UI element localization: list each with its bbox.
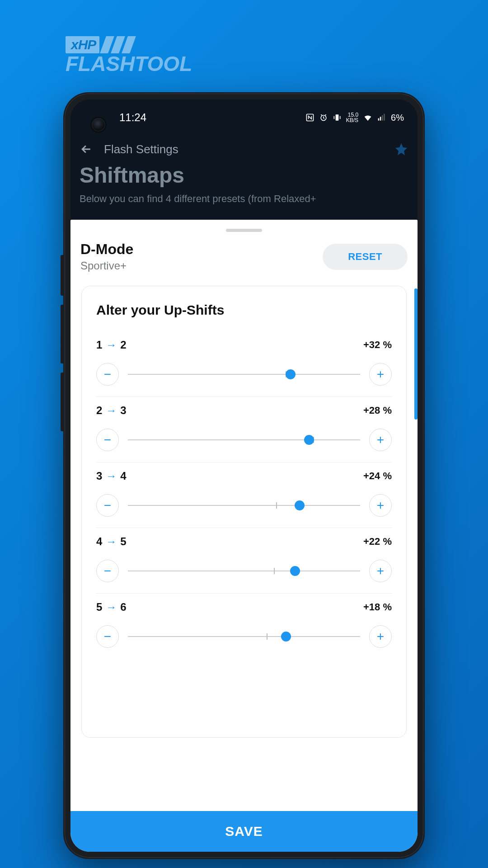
plus-button[interactable]: + <box>369 625 392 648</box>
percent-value: +32 % <box>363 339 392 351</box>
percent-value: +28 % <box>363 405 392 416</box>
appbar-title: Flash Settings <box>104 142 383 156</box>
status-bar: 11:24 15.0 KB/S 6% <box>70 99 418 136</box>
sheet-header: D-Mode Sportive+ RESET <box>70 240 418 286</box>
shift-row: 3 → 4 +24 % − + <box>96 462 392 528</box>
percent-value: +22 % <box>363 536 392 547</box>
star-icon[interactable] <box>394 142 408 156</box>
brand-logo: xHP FLASHTOOL <box>66 36 192 76</box>
svg-rect-4 <box>380 117 381 120</box>
reset-button[interactable]: RESET <box>323 244 408 270</box>
svg-rect-2 <box>335 114 338 120</box>
minus-button[interactable]: − <box>96 560 119 582</box>
signal-icon <box>377 113 386 122</box>
drag-handle[interactable] <box>226 229 262 232</box>
page-title: Shiftmaps <box>70 163 418 192</box>
minus-button[interactable]: − <box>96 494 119 517</box>
shift-row: 1 → 2 +32 % − + <box>96 331 392 397</box>
gear-label: 5 → 6 <box>96 601 127 613</box>
svg-rect-5 <box>382 115 383 121</box>
nfc-icon <box>305 113 314 122</box>
slider[interactable] <box>128 631 360 642</box>
gear-label: 4 → 5 <box>96 535 127 548</box>
alarm-icon <box>319 113 328 122</box>
status-right: 15.0 KB/S 6% <box>305 112 404 123</box>
bottom-sheet: D-Mode Sportive+ RESET Alter your Up-Shi… <box>70 220 418 852</box>
scroll-area[interactable]: Alter your Up-Shifts 1 → 2 +32 % − + 2 → <box>70 286 418 811</box>
shift-row: 5 → 6 +18 % − + <box>96 594 392 659</box>
minus-button[interactable]: − <box>96 625 119 648</box>
card-title: Alter your Up-Shifts <box>96 302 392 318</box>
data-speed: 15.0 KB/S <box>346 112 358 123</box>
shift-row: 4 → 5 +22 % − + <box>96 528 392 594</box>
percent-value: +18 % <box>363 601 392 613</box>
gear-label: 1 → 2 <box>96 339 127 351</box>
slider[interactable] <box>128 369 360 380</box>
phone-frame: 11:24 15.0 KB/S 6% Flash Settings <box>63 92 425 859</box>
minus-button[interactable]: − <box>96 429 119 451</box>
vibrate-icon <box>333 113 342 122</box>
brand-xhp: xHP <box>66 36 99 53</box>
plus-button[interactable]: + <box>369 560 392 582</box>
back-arrow-icon[interactable] <box>80 142 93 156</box>
svg-rect-3 <box>378 118 380 121</box>
plus-button[interactable]: + <box>369 494 392 517</box>
gear-label: 3 → 4 <box>96 470 127 482</box>
arrow-right-icon: → <box>106 339 117 351</box>
wifi-icon <box>363 113 373 123</box>
brand-flashtool: FLASHTOOL <box>66 52 192 76</box>
screen: 11:24 15.0 KB/S 6% Flash Settings <box>70 99 418 852</box>
mode-subtitle: Sportive+ <box>80 259 133 272</box>
minus-button[interactable]: − <box>96 363 119 386</box>
arrow-right-icon: → <box>106 601 117 613</box>
status-time: 11:24 <box>119 111 146 124</box>
scrollbar[interactable] <box>414 288 418 420</box>
app-bar: Flash Settings <box>70 136 418 163</box>
upshifts-card: Alter your Up-Shifts 1 → 2 +32 % − + 2 → <box>81 286 407 738</box>
arrow-right-icon: → <box>106 404 117 417</box>
arrow-right-icon: → <box>106 470 117 482</box>
svg-rect-6 <box>384 114 385 121</box>
slider[interactable] <box>128 500 360 511</box>
plus-button[interactable]: + <box>369 429 392 451</box>
plus-button[interactable]: + <box>369 363 392 386</box>
save-button[interactable]: SAVE <box>70 811 418 852</box>
battery-percent: 6% <box>391 113 404 123</box>
brand-bars-icon <box>100 36 136 53</box>
arrow-right-icon: → <box>106 535 117 548</box>
slider[interactable] <box>128 566 360 576</box>
percent-value: +24 % <box>363 470 392 482</box>
slider[interactable] <box>128 434 360 445</box>
gear-label: 2 → 3 <box>96 404 127 417</box>
mode-title: D-Mode <box>80 241 133 258</box>
camera-hole <box>90 117 107 133</box>
shift-row: 2 → 3 +28 % − + <box>96 397 392 462</box>
page-subtitle: Below you can find 4 different presets (… <box>70 192 418 211</box>
